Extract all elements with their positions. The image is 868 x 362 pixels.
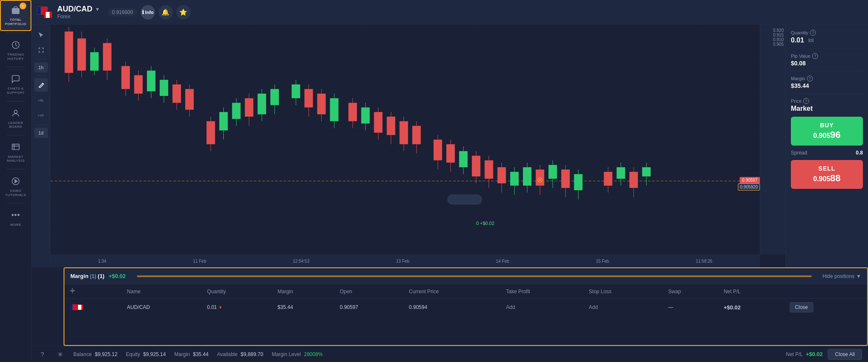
svg-rect-113 — [484, 160, 493, 179]
sidebar-item-trading-history[interactable]: TRADINGHISTORY — [0, 35, 31, 65]
svg-rect-77 — [317, 94, 326, 115]
col-settings[interactable] — [64, 284, 122, 299]
sidebar-item-video-tutorials[interactable]: VIDEOTUTORIALS — [0, 171, 31, 201]
col-net-pl: Net P/L — [718, 284, 784, 299]
svg-rect-101 — [434, 140, 442, 160]
footer-right: Net P/L +$0.02 Close All — [786, 349, 862, 360]
svg-rect-1 — [14, 7, 17, 8]
buy-label: BUY — [820, 122, 834, 129]
price-info-icon[interactable]: ? — [803, 98, 809, 104]
sidebar-item-market-analysis[interactable]: MARKETANALYSIS — [0, 137, 31, 167]
svg-rect-29 — [90, 52, 99, 70]
positions-table: Name Quantity Margin Open Current Price … — [64, 284, 867, 345]
col-name: Name — [122, 284, 202, 299]
price-tag: 0.916600 — [108, 8, 137, 17]
svg-rect-44 — [160, 80, 168, 96]
col-swap: Swap — [663, 284, 719, 299]
time-5: 14 Feb — [496, 259, 509, 264]
notifications-button[interactable]: 🔔 — [159, 5, 173, 20]
svg-rect-35 — [121, 66, 130, 89]
buy-button[interactable]: BUY 0.90596 — [791, 117, 863, 146]
sl-tool[interactable]: +SL — [34, 93, 48, 107]
sell-button[interactable]: SELL 0.90588 — [791, 160, 863, 189]
bell-icon: 🔔 — [161, 8, 170, 16]
svg-rect-143 — [629, 172, 638, 188]
positions-header: Margin (1) (1) +$0.02 Hide positions ▼ — [64, 268, 867, 284]
svg-rect-92 — [387, 117, 395, 135]
sell-price-main: 0.905 — [813, 175, 830, 182]
pair-category: Forex — [57, 14, 100, 20]
svg-marker-8 — [15, 180, 17, 182]
leaderboard-icon — [10, 107, 22, 119]
hide-positions-chevron: ▼ — [856, 273, 861, 279]
hide-positions-label: Hide positions — [823, 273, 854, 279]
net-pl-label: Net P/L +$0.02 — [786, 351, 823, 357]
sell-price-highlight: 88 — [830, 173, 840, 183]
market-analysis-icon — [10, 141, 22, 153]
footer-settings-icon[interactable] — [56, 350, 65, 359]
margin-level-label: Margin Level 28008% — [272, 351, 323, 357]
pip-value-label: Pip Value ? — [791, 53, 863, 59]
footer-help-icon[interactable]: ? — [38, 350, 47, 359]
take-profit-add[interactable]: Add — [506, 304, 515, 310]
info-button[interactable]: ℹ Info — [141, 5, 155, 20]
svg-point-3 — [14, 110, 17, 113]
time-7: 11:58:26 — [696, 259, 712, 264]
pair-title[interactable]: AUD/CAD ▼ — [57, 5, 100, 14]
close-position-button[interactable]: Close — [790, 302, 814, 312]
svg-rect-68 — [270, 89, 279, 105]
col-action — [785, 284, 867, 299]
pos-take-profit: Add — [501, 299, 584, 316]
price-level-0905: 0.905 — [762, 42, 784, 47]
position-row: AUD/CAD 0.01 ▼ $35.44 0.90597 0.90594 Ad… — [64, 299, 867, 316]
svg-rect-4 — [12, 144, 19, 149]
draw-tool[interactable] — [34, 78, 48, 92]
chart-wrapper: 1h +SL +TP 1d — [32, 25, 868, 267]
sell-label: SELL — [818, 165, 835, 172]
favorites-button[interactable]: ⭐ — [176, 5, 191, 20]
pip-info-icon[interactable]: ? — [812, 53, 818, 59]
svg-rect-104 — [446, 144, 455, 163]
chart-area[interactable]: 1h +SL +TP 1d — [32, 25, 785, 267]
svg-rect-89 — [374, 112, 382, 133]
svg-rect-65 — [258, 94, 266, 115]
time-3: 12:54:53 — [293, 259, 309, 264]
margin-label: Margin ? — [791, 76, 863, 81]
video-tutorials-icon — [10, 175, 22, 187]
col-stop-loss: Stop Loss — [584, 284, 663, 299]
quantity-info-icon[interactable]: ? — [810, 30, 816, 36]
svg-rect-98 — [412, 126, 421, 144]
sidebar-item-leaderboard[interactable]: LEADERBOARD — [0, 103, 31, 133]
margin-value: $35.44 — [791, 82, 863, 89]
current-price-value: 0.905920 — [740, 185, 758, 189]
footer-margin-value: $35.44 — [193, 351, 209, 357]
trading-history-icon — [10, 39, 22, 51]
svg-rect-71 — [292, 84, 300, 98]
pair-chevron: ▼ — [95, 6, 100, 12]
pos-current-price: 0.90594 — [404, 299, 501, 316]
buy-price: 0.90596 — [813, 129, 841, 140]
topbar: AUD/CAD ▼ Forex 0.916600 ℹ Info 🔔 ⭐ — [32, 0, 868, 25]
timeframe-1d[interactable]: 1d — [34, 128, 48, 138]
expand-tool[interactable] — [34, 43, 48, 57]
timeframe-1h[interactable]: 1h — [34, 62, 48, 73]
svg-rect-41 — [147, 70, 156, 91]
hide-positions-button[interactable]: Hide positions ▼ — [823, 273, 861, 279]
sidebar-label-video: VIDEOTUTORIALS — [5, 189, 26, 197]
sidebar-item-more[interactable]: ••• MORE — [0, 205, 31, 231]
close-all-button[interactable]: Close All — [828, 349, 862, 360]
tp-tool[interactable]: +TP — [34, 109, 48, 122]
sidebar-item-chats-support[interactable]: CHATS &SUPPORT — [0, 69, 31, 99]
sidebar-item-total-portfolio[interactable]: 1 TOTAL PORTFOLIO — [0, 0, 31, 31]
more-icon: ••• — [10, 209, 22, 221]
svg-rect-131 — [561, 169, 570, 188]
col-take-profit: Take Profit — [501, 284, 584, 299]
margin-info-icon[interactable]: ? — [807, 76, 813, 81]
currency-flags — [37, 6, 52, 18]
stop-loss-add[interactable]: Add — [589, 304, 598, 310]
1h-label: 1h — [38, 65, 43, 70]
time-2: 11 Feb — [193, 259, 206, 264]
equity-label: Equity $9,925.14 — [126, 351, 166, 357]
svg-rect-151 — [448, 195, 481, 204]
cursor-tool[interactable] — [34, 28, 48, 42]
